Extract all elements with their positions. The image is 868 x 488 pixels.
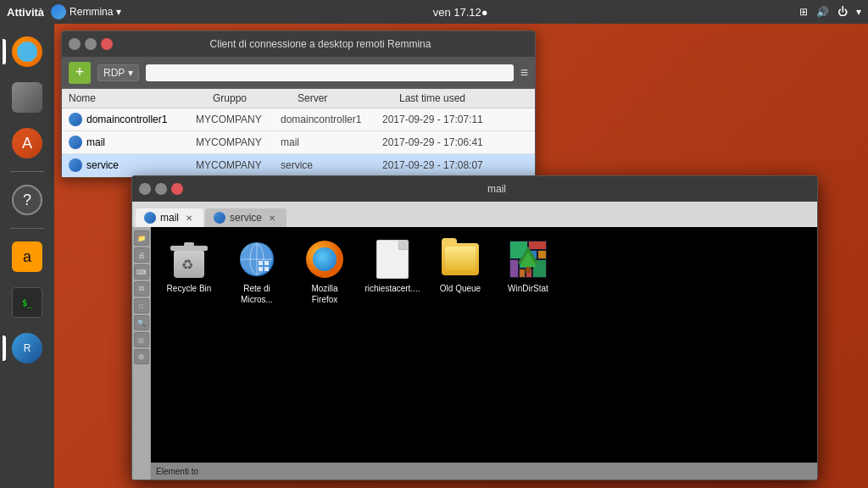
dock-item-firefox[interactable] — [6, 30, 48, 73]
left-tool-files[interactable]: 📁 — [134, 230, 149, 246]
svg-rect-18 — [526, 269, 531, 277]
remmina-search-input[interactable] — [146, 64, 513, 81]
network-label: Rete di Micros... — [231, 283, 283, 305]
power-icon[interactable]: ⏻ — [837, 6, 848, 18]
table-row[interactable]: domaincontroller1 MYCOMPANY domaincontro… — [62, 108, 535, 131]
richiesta-label: richiestacert.... — [364, 283, 420, 294]
terminal-icon: $_ — [12, 287, 42, 318]
tab-mail-label: mail — [160, 212, 179, 224]
top-bar-system-icons: ⊞ 🔊 ⏻ ▾ — [799, 6, 861, 18]
network-image — [236, 239, 277, 280]
network-status-icon[interactable]: ⊞ — [799, 6, 808, 18]
remmina-titlebar: Client di connessione a desktop remoti R… — [62, 31, 535, 57]
help-icon: ? — [12, 185, 42, 215]
col-header-group: Gruppo — [213, 92, 298, 104]
svg-rect-19 — [533, 260, 546, 277]
mail-remote-window: mail mail ✕ service ✕ 📁 🖨 ⌨ ⧉ □ 🔍 ◎ ⚙ — [131, 175, 818, 480]
remmina-maximize-button[interactable] — [85, 38, 97, 50]
remmina-menu-icon[interactable]: ≡ — [520, 65, 528, 80]
recycle-bin-icon: ♻ — [170, 241, 208, 278]
remmina-connections-table: Nome Gruppo Server Last time used domain… — [62, 89, 535, 177]
row-icon-dc1 — [69, 113, 82, 126]
table-row-selected[interactable]: service MYCOMPANY service 2017-09-29 - 1… — [62, 154, 535, 177]
left-tool-print[interactable]: 🖨 — [134, 247, 149, 263]
svg-rect-17 — [520, 269, 525, 277]
table-header: Nome Gruppo Server Last time used — [62, 89, 535, 108]
remmina-label: Remmina — [70, 6, 113, 18]
table-row[interactable]: mail MYCOMPANY mail 2017-09-29 - 17:06:4… — [62, 131, 535, 154]
old-queue-label: Old Queue — [440, 283, 481, 294]
rdp-dropdown-arrow: ▾ — [128, 67, 133, 79]
mail-tabs-bar: mail ✕ service ✕ — [132, 202, 817, 227]
folder-icon — [442, 243, 479, 275]
desktop-icon-recycle-bin[interactable]: ♻ Recycle Bin — [159, 236, 219, 308]
svg-rect-8 — [259, 267, 263, 271]
windirstat-image — [508, 239, 548, 280]
top-bar: Attività Remmina ▾ ven 17.12● ⊞ 🔊 ⏻ ▾ — [0, 0, 868, 24]
dock-item-remmina[interactable]: R — [6, 327, 48, 369]
row-icon-service — [69, 158, 82, 172]
recycle-arrows-svg: ♻ — [180, 256, 198, 273]
firefox-image — [304, 239, 345, 280]
attivita-label[interactable]: Attività — [7, 6, 44, 19]
svg-rect-11 — [510, 241, 527, 258]
mail-window-controls — [139, 183, 183, 195]
remmina-close-button[interactable] — [101, 38, 113, 50]
mail-close-button[interactable] — [171, 183, 183, 195]
audio-icon[interactable]: 🔊 — [816, 6, 829, 18]
left-tool-screen[interactable]: □ — [134, 298, 149, 313]
mail-remote-desktop: ♻ Recycle Bin — [151, 227, 817, 480]
svg-rect-13 — [529, 251, 537, 258]
left-tool-copy[interactable]: ⧉ — [134, 281, 149, 297]
remmina-connection-window: Client di connessione a desktop remoti R… — [61, 30, 536, 178]
tab-service[interactable]: service ✕ — [205, 208, 287, 227]
remmina-window-title: Client di connessione a desktop remoti R… — [113, 38, 528, 50]
dock-item-ubuntu-software[interactable]: A — [6, 122, 48, 164]
left-tool-capture[interactable]: ◎ — [134, 332, 149, 347]
dock-item-amazon[interactable]: a — [6, 236, 48, 278]
amazon-icon: a — [12, 241, 42, 272]
dock-item-help[interactable]: ? — [6, 179, 48, 221]
document-image — [372, 239, 413, 280]
left-tool-kbd[interactable]: ⌨ — [134, 264, 149, 280]
left-tool-search[interactable]: 🔍 — [134, 315, 149, 330]
dock-separator-2 — [10, 228, 44, 229]
firefox-icon — [306, 241, 343, 278]
remmina-dropdown-icon: ▾ — [116, 6, 121, 18]
dropdown-arrow[interactable]: ▾ — [856, 6, 861, 18]
remmina-window-controls — [69, 38, 113, 50]
row-icon-mail — [69, 136, 82, 149]
network-globe-icon — [238, 241, 275, 278]
svg-rect-12 — [529, 241, 546, 249]
rdp-protocol-dropdown[interactable]: RDP ▾ — [97, 64, 139, 81]
tab-service-close[interactable]: ✕ — [266, 212, 278, 224]
tab-mail-icon — [144, 212, 156, 224]
tab-mail-close[interactable]: ✕ — [183, 212, 195, 224]
top-bar-datetime: ven 17.12● — [433, 6, 488, 19]
desktop-icon-windirstat[interactable]: WinDirStat — [498, 236, 558, 308]
files-icon — [12, 82, 42, 113]
desktop-icon-network[interactable]: Rete di Micros... — [227, 236, 287, 308]
tab-service-icon — [214, 212, 225, 224]
svg-rect-16 — [520, 260, 531, 268]
dock-item-files[interactable] — [6, 76, 48, 119]
svg-rect-7 — [264, 261, 269, 265]
dock-item-terminal[interactable]: $_ — [6, 281, 48, 324]
folder-inner — [445, 247, 476, 270]
firefox-label: Mozilla Firefox — [298, 283, 351, 305]
col-header-name: Nome — [69, 92, 213, 104]
remmina-dock-icon: R — [12, 333, 42, 363]
mail-maximize-button[interactable] — [155, 183, 167, 195]
left-tool-settings[interactable]: ⚙ — [134, 349, 149, 364]
desktop-icon-old-queue[interactable]: Old Queue — [431, 236, 490, 308]
desktop-icon-richiesta[interactable]: richiestacert.... — [363, 236, 422, 308]
remmina-menu-button[interactable]: Remmina ▾ — [51, 4, 121, 19]
mail-minimize-button[interactable] — [139, 183, 151, 195]
desktop-icon-firefox[interactable]: Mozilla Firefox — [295, 236, 354, 308]
tab-mail[interactable]: mail ✕ — [136, 208, 203, 227]
remmina-minimize-button[interactable] — [69, 38, 81, 50]
svg-text:♻: ♻ — [181, 258, 193, 272]
remmina-add-button[interactable]: + — [69, 62, 91, 84]
status-text: Elementi to — [156, 467, 198, 476]
col-header-server: Server — [298, 92, 399, 104]
